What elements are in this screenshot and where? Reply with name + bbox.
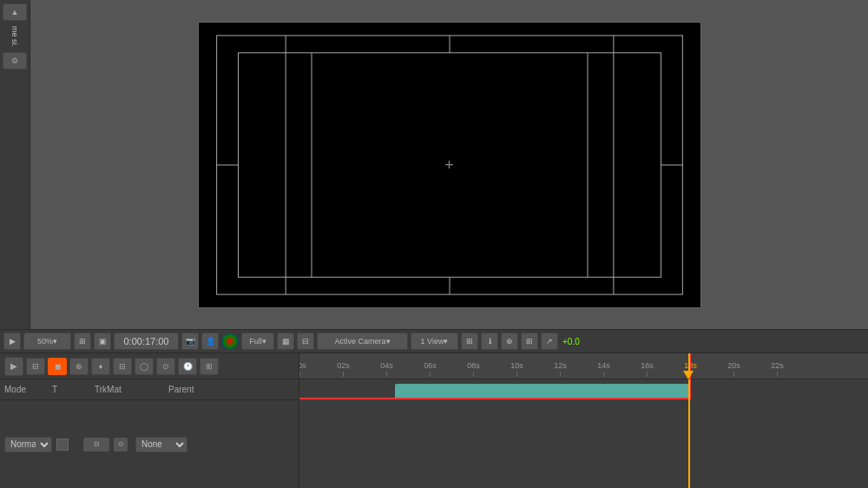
header-trkmat: TrkMat <box>95 385 164 394</box>
info-btn[interactable]: ℹ <box>481 333 498 350</box>
track-bar-1[interactable] <box>395 384 690 399</box>
trkmat-icon: ⊟ <box>83 438 109 452</box>
ruler-mark-20: 20s <box>733 372 734 377</box>
timecode-display[interactable]: 0:00:17:00 <box>114 333 179 350</box>
ruler-mark-8: 08s <box>473 372 474 377</box>
timecode-value: 0:00:17:00 <box>124 336 169 346</box>
ruler-marks: 00s 02s 04s 06s <box>299 353 868 377</box>
grid2-btn[interactable]: ⊞ <box>521 333 538 350</box>
tl-tool-5[interactable]: ⊟ <box>113 358 132 375</box>
parent-select[interactable]: None <box>135 437 187 452</box>
tl-tool-4[interactable]: ♦ <box>91 358 110 375</box>
t-checkbox[interactable] <box>56 439 69 451</box>
sidebar-btn-1[interactable]: ▲ <box>3 3 27 21</box>
play-button[interactable]: ▶ <box>3 333 21 350</box>
tracks-area <box>299 379 868 488</box>
timeline-layer: Normal ⊟ ⊙ None <box>0 400 299 488</box>
toggle-btn[interactable]: ⊟ <box>297 333 314 350</box>
sidebar-icon-btn[interactable]: ⚙ <box>3 52 27 69</box>
zoom-value: 50% <box>37 337 53 346</box>
tl-play-btn[interactable]: ▶ <box>4 357 23 376</box>
view-select[interactable]: 1 View ▾ <box>411 333 458 350</box>
quality-select[interactable]: Full ▾ <box>241 333 274 350</box>
ruler-mark-4: 04s <box>386 372 387 377</box>
timeline-left: ▶ ⊟ ◼ ⊕ ♦ ⊟ ◯ ⊙ 🕐 ⊞ Mode T TrkMat Parent <box>0 353 299 488</box>
playhead-head <box>683 371 694 379</box>
header-mode: Mode <box>4 385 48 394</box>
crosshair-icon: + <box>444 157 454 173</box>
sidebar-label-si: si. <box>10 39 19 47</box>
timeline-headers: Mode T TrkMat Parent <box>0 379 299 400</box>
snapshot-btn[interactable]: 📷 <box>181 333 199 350</box>
ruler-mark-6: 06s <box>430 372 431 377</box>
safe-btn[interactable]: ▣ <box>94 333 111 350</box>
layers-btn[interactable]: ⊕ <box>501 333 518 350</box>
ruler-mark-16: 16s <box>647 372 648 377</box>
ruler-mark-2: 02s <box>343 372 344 377</box>
ruler-mark-12: 12s <box>560 372 561 377</box>
color-btn[interactable] <box>221 333 239 349</box>
camera-select[interactable]: Active Camera ▾ <box>317 333 408 350</box>
ruler-mark-0: 00s <box>299 372 300 377</box>
time-ruler: 00s 02s 04s 06s <box>299 353 868 379</box>
rotation-value: +0.0 <box>561 337 582 346</box>
ruler-mark-14: 14s <box>603 372 604 377</box>
timeline-area: ▶ ⊟ ◼ ⊕ ♦ ⊟ ◯ ⊙ 🕐 ⊞ Mode T TrkMat Parent <box>0 353 868 488</box>
flow-btn[interactable]: ↗ <box>541 333 558 350</box>
sidebar: ▲ me si. ⚙ <box>0 0 30 329</box>
ruler-mark-22: 22s <box>777 372 778 377</box>
playhead-track <box>688 379 690 488</box>
person-btn[interactable]: 👤 <box>201 333 219 350</box>
tl-tool-1[interactable]: ⊟ <box>26 358 45 375</box>
timeline-top: ▶ ⊟ ◼ ⊕ ♦ ⊟ ◯ ⊙ 🕐 ⊞ Mode T TrkMat Parent <box>0 353 868 488</box>
quality-value: Full <box>249 337 262 346</box>
tl-tool-6[interactable]: ◯ <box>135 358 154 375</box>
checkerboard-btn[interactable]: ▦ <box>277 333 294 350</box>
tl-tool-2[interactable]: ◼ <box>48 358 67 375</box>
view-label: 1 View <box>421 337 444 346</box>
ruler-mark-10: 10s <box>516 372 517 377</box>
zoom-select[interactable]: 50% ▾ <box>23 333 71 350</box>
zoom-chevron: ▾ <box>53 337 57 346</box>
tl-tool-7[interactable]: ⊙ <box>156 358 175 375</box>
sidebar-label-name: me <box>10 26 19 37</box>
lock-btn[interactable]: ⊞ <box>461 333 478 350</box>
header-t: T <box>52 385 64 394</box>
tl-tool-3[interactable]: ⊕ <box>69 358 89 375</box>
header-parent: Parent <box>168 385 238 394</box>
timeline-tools: ▶ ⊟ ◼ ⊕ ♦ ⊟ ◯ ⊙ 🕐 ⊞ <box>0 353 299 379</box>
viewer-area: + <box>30 0 868 329</box>
tl-tool-9[interactable]: ⊞ <box>200 358 219 375</box>
main-area: ▲ me si. ⚙ <box>0 0 868 329</box>
playhead[interactable] <box>688 353 690 377</box>
timeline-right: 00s 02s 04s 06s <box>299 353 868 488</box>
tl-tool-8[interactable]: 🕐 <box>178 358 197 375</box>
viewport: + <box>198 22 701 308</box>
camera-label: Active Camera <box>334 337 385 346</box>
mode-select[interactable]: Normal <box>4 437 52 452</box>
toolbar: ▶ 50% ▾ ⊞ ▣ 0:00:17:00 📷 👤 Full ▾ ▦ ⊟ Ac… <box>0 329 868 353</box>
grid-btn[interactable]: ⊞ <box>74 333 91 350</box>
eye-icon[interactable]: ⊙ <box>114 438 128 452</box>
